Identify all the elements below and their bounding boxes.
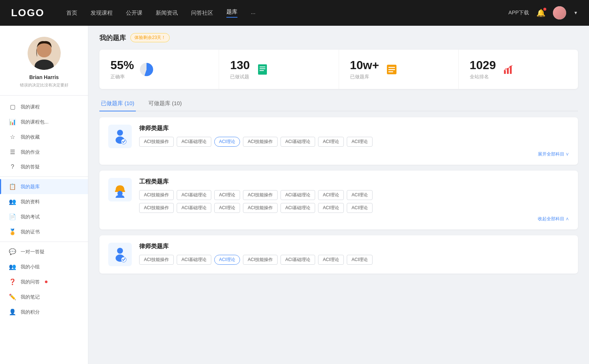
my-certificate-label: 我的证书 [21,229,40,235]
sidebar-motto: 错误的决定比没有决定要好 [7,82,81,88]
bank-icon-lawyer-1 [108,125,132,148]
sidebar-avatar [28,37,61,70]
bank-tags-engineer-row1: ACI技能操作 ACI基础理论 ACI理论 ACI技能操作 ACI基础理论 AC… [139,190,569,200]
bank-tag[interactable]: ACI技能操作 [243,255,278,265]
bank-tag[interactable]: ACI基础理论 [281,255,315,265]
bank-tag[interactable]: ACI理论 [347,203,373,213]
navbar: LOGO 首页 发现课程 公开课 新闻资讯 问答社区 题库 ··· APP下载 … [0,0,589,26]
bank-tag[interactable]: ACI技能操作 [243,137,278,147]
sidebar-item-one-on-one[interactable]: 💬 一对一答疑 [0,244,88,259]
stat-accuracy-number: 55% [110,58,134,72]
sidebar-divider-1 [0,176,88,177]
nav-item-question-bank[interactable]: 题库 [226,8,237,18]
bank-tag[interactable]: ACI理论 [347,190,373,200]
my-group-icon: 👥 [9,263,16,270]
svg-point-19 [116,195,124,198]
bank-tag[interactable]: ACI基础理论 [177,137,211,147]
sidebar-item-my-exam[interactable]: 📄 我的考试 [0,209,88,224]
sidebar: Brian Harris 错误的决定比没有决定要好 ▢ 我的课程 📊 我的课程包… [0,26,88,364]
my-points-icon: 👤 [9,308,16,315]
sidebar-item-my-notes[interactable]: ✏️ 我的笔记 [0,289,88,304]
sidebar-item-my-favorites[interactable]: ☆ 我的收藏 [0,129,88,144]
my-materials-label: 我的资料 [21,199,40,205]
stat-accuracy-icon [139,62,154,77]
bank-title-lawyer-2: 律师类题库 [139,243,569,250]
bank-tag-active[interactable]: ACI理论 [214,255,240,265]
svg-rect-3 [258,64,267,75]
my-questions-label: 我的问答 [21,279,40,285]
my-question-bank-icon: 📋 [9,183,16,190]
svg-rect-8 [388,67,395,68]
stat-ranking-number: 1029 [470,58,496,72]
bank-card-lawyer-2: 律师类题库 ACI技能操作 ACI基础理论 ACI理论 ACI技能操作 ACI基… [99,235,578,274]
bank-tag[interactable]: ACI理论 [214,203,240,213]
bank-tag[interactable]: ACI技能操作 [139,255,174,265]
chevron-down-icon[interactable]: ▼ [574,10,578,15]
sidebar-divider-2 [0,242,88,242]
bank-tag[interactable]: ACI技能操作 [243,203,278,213]
bank-tag[interactable]: ACI理论 [347,255,373,265]
sidebar-item-my-qa[interactable]: ? 我的答疑 [0,160,88,174]
sidebar-item-my-questions[interactable]: ❓ 我的问答 [0,274,88,289]
navbar-menu: 首页 发现课程 公开课 新闻资讯 问答社区 题库 ··· [66,8,508,18]
nav-item-news[interactable]: 新闻资讯 [156,10,178,17]
sidebar-item-my-courses[interactable]: ▢ 我的课程 [0,99,88,114]
stat-done-questions-label: 已做试题 [230,74,250,80]
sidebar-username: Brian Harris [7,74,81,80]
my-qa-icon: ? [9,164,16,170]
nav-item-open-course[interactable]: 公开课 [126,10,142,17]
nav-item-home[interactable]: 首页 [66,10,77,17]
svg-point-20 [117,248,123,254]
main-layout: Brian Harris 错误的决定比没有决定要好 ▢ 我的课程 📊 我的课程包… [0,0,589,364]
bank-tag[interactable]: ACI理论 [347,137,373,147]
nav-item-courses[interactable]: 发现课程 [91,10,113,17]
bank-tag[interactable]: ACI基础理论 [177,203,211,213]
lawyer-icon-svg-2 [112,246,128,263]
stat-ranking-icon [501,62,516,77]
navbar-right: APP下载 🔔 ▼ [508,6,578,19]
bank-title-lawyer-1: 律师类题库 [139,125,569,132]
bank-tag[interactable]: ACI基础理论 [281,203,315,213]
bank-tag[interactable]: ACI理论 [214,190,240,200]
main-content: 我的题库 体验剩余23天！ 55% 正确率 130 已做试题 [88,26,589,364]
bank-tag[interactable]: ACI基础理论 [177,255,211,265]
tab-done-banks[interactable]: 已做题库 (10) [99,96,136,111]
trial-badge: 体验剩余23天！ [130,33,170,42]
sidebar-item-my-homework[interactable]: ☰ 我的作业 [0,144,88,160]
sidebar-item-my-packages[interactable]: 📊 我的课程包... [0,114,88,129]
bank-tag[interactable]: ACI技能操作 [139,137,174,147]
sidebar-profile: Brian Harris 错误的决定比没有决定要好 [0,37,88,96]
bank-tag[interactable]: ACI技能操作 [139,190,174,200]
user-avatar[interactable] [553,6,566,19]
bank-tag[interactable]: ACI基础理论 [281,137,315,147]
bank-tag[interactable]: ACI理论 [318,203,344,213]
tab-available-banks[interactable]: 可做题库 (10) [147,96,183,111]
sidebar-item-my-materials[interactable]: 👥 我的资料 [0,194,88,209]
notification-bell[interactable]: 🔔 [536,8,546,17]
bank-tag[interactable]: ACI基础理论 [177,190,211,200]
sidebar-item-my-group[interactable]: 👥 我的小组 [0,259,88,274]
sidebar-item-my-points[interactable]: 👤 我的积分 [0,304,88,320]
nav-item-more[interactable]: ··· [251,10,255,16]
my-exam-icon: 📄 [9,213,16,220]
my-courses-label: 我的课程 [21,104,40,110]
bank-tag[interactable]: ACI理论 [318,137,344,147]
sidebar-item-my-question-bank[interactable]: 📋 我的题库 [0,179,88,194]
page-header: 我的题库 体验剩余23天！ [99,33,578,42]
bank-tag-active[interactable]: ACI理论 [214,137,240,147]
collapse-bank-2[interactable]: 收起全部科目 ∧ [108,216,569,222]
bank-tag[interactable]: ACI基础理论 [281,190,315,200]
pie-chart-icon [140,63,153,76]
my-homework-icon: ☰ [9,149,16,156]
bank-tag[interactable]: ACI理论 [318,255,344,265]
sidebar-item-my-certificate[interactable]: 🏅 我的证书 [0,224,88,239]
bank-tags-lawyer-2: ACI技能操作 ACI基础理论 ACI理论 ACI技能操作 ACI基础理论 AC… [139,255,569,265]
bank-tag[interactable]: ACI理论 [318,190,344,200]
bank-tag[interactable]: ACI技能操作 [243,190,278,200]
nav-item-qa[interactable]: 问答社区 [191,10,213,17]
expand-bank-1[interactable]: 展开全部科目 ∨ [108,151,569,157]
my-exam-label: 我的考试 [21,214,40,220]
app-download-link[interactable]: APP下载 [508,10,529,16]
notebook-icon [257,64,268,75]
bank-tag[interactable]: ACI技能操作 [139,203,174,213]
